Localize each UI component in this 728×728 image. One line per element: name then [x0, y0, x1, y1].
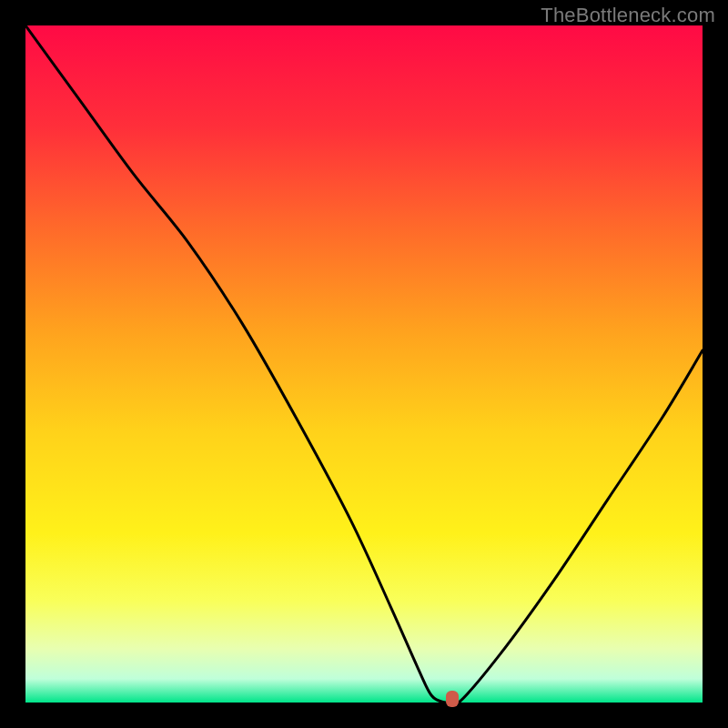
chart-frame: TheBottleneck.com [0, 0, 728, 728]
bottleneck-chart [25, 25, 703, 703]
gradient-bg [25, 25, 703, 703]
optimal-point-marker [446, 691, 459, 707]
watermark-text: TheBottleneck.com [541, 4, 715, 27]
plot-area [25, 25, 703, 703]
